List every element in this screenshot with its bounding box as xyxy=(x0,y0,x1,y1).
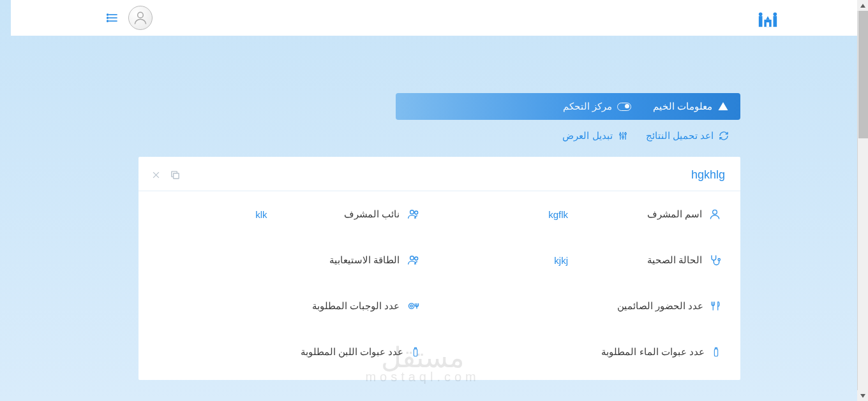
close-icon xyxy=(151,170,161,180)
svg-point-25 xyxy=(718,259,720,261)
tab-tent-info[interactable]: معلومات الخيم xyxy=(653,101,729,112)
user-avatar[interactable] xyxy=(128,6,153,30)
toggle-view-label: تبديل العرض xyxy=(562,130,612,142)
deputy-supervisor-label: نائب المشرف xyxy=(344,208,400,220)
topbar-user-area xyxy=(107,6,153,30)
refresh-icon xyxy=(719,131,729,141)
tab-control-center-label: مركز التحكم xyxy=(563,101,612,112)
card-title: hgkhlg xyxy=(691,168,725,182)
tent-icon xyxy=(717,101,729,112)
supervisor-name-value: kgflk xyxy=(529,209,568,220)
content-area: معلومات الخيم مركز التحكم اعد تحميل النت… xyxy=(11,36,868,380)
svg-point-27 xyxy=(414,257,417,260)
card-body: اسم المشرف kgflk نائب المشرف klk xyxy=(138,191,740,375)
toggle-view-link[interactable]: تبديل العرض xyxy=(562,130,627,142)
field-supervisor-name: اسم المشرف kgflk xyxy=(459,208,722,221)
field-meals-required: عدد الوجبات المطلوبة xyxy=(158,300,421,312)
svg-point-16 xyxy=(622,136,624,138)
tabs-bar: معلومات الخيم مركز التحكم xyxy=(396,93,740,120)
field-capacity: الطاقة الاستيعابية xyxy=(158,254,421,266)
milk-bottles-label: عدد عبوات اللبن المطلوبة xyxy=(301,346,404,358)
water-bottles-label: عدد عبوات الماء المطلوبة xyxy=(601,346,705,358)
cutlery-icon xyxy=(710,300,721,312)
svg-point-28 xyxy=(408,303,414,309)
svg-rect-19 xyxy=(174,173,179,179)
meals-icon xyxy=(407,300,421,312)
health-status-label: الحالة الصحية xyxy=(647,254,702,266)
topbar xyxy=(11,0,868,36)
svg-point-8 xyxy=(107,14,108,15)
scrollbar-thumb[interactable] xyxy=(858,11,868,138)
svg-point-29 xyxy=(410,305,412,307)
svg-point-26 xyxy=(410,256,414,260)
user-icon xyxy=(708,208,721,221)
supervisor-name-label: اسم المشرف xyxy=(647,208,702,220)
info-grid: اسم المشرف kgflk نائب المشرف klk xyxy=(158,208,721,358)
actions-row: اعد تحميل النتائج تبديل العرض xyxy=(138,120,740,157)
svg-point-3 xyxy=(759,13,763,17)
svg-point-23 xyxy=(410,210,414,214)
svg-point-24 xyxy=(414,211,417,214)
milk-bottle-icon xyxy=(410,346,421,358)
users-icon xyxy=(407,208,421,221)
sliders-icon xyxy=(618,131,628,141)
stethoscope-icon xyxy=(708,254,721,266)
field-fasting-attendance: عدد الحضور الصائمين xyxy=(459,300,722,312)
topbar-logo-area xyxy=(757,7,779,29)
close-button[interactable] xyxy=(151,170,161,180)
svg-point-10 xyxy=(107,17,108,18)
svg-rect-0 xyxy=(759,16,763,27)
svg-point-4 xyxy=(774,13,777,17)
capacity-icon xyxy=(407,254,421,266)
field-milk-bottles: عدد عبوات اللبن المطلوبة xyxy=(158,346,421,358)
reload-results-link[interactable]: اعد تحميل النتائج xyxy=(646,130,729,142)
tab-tent-info-label: معلومات الخيم xyxy=(653,101,712,112)
deputy-supervisor-value: klk xyxy=(236,209,267,220)
meals-required-label: عدد الوجبات المطلوبة xyxy=(312,300,400,312)
reload-label: اعد تحميل النتائج xyxy=(646,130,714,142)
menu-toggle-icon[interactable] xyxy=(107,11,119,24)
field-deputy-supervisor: نائب المشرف klk xyxy=(158,208,421,221)
field-health-status: الحالة الصحية kjkj xyxy=(459,254,722,266)
copy-button[interactable] xyxy=(170,170,181,180)
scrollbar-up-icon[interactable] xyxy=(857,0,868,11)
card-header: hgkhlg xyxy=(138,157,740,191)
app-logo-icon xyxy=(757,7,779,29)
copy-icon xyxy=(170,170,181,180)
toggle-icon xyxy=(617,103,631,111)
scrollbar-down-icon[interactable] xyxy=(857,390,868,401)
bottle-icon xyxy=(711,346,721,358)
svg-rect-1 xyxy=(774,16,777,27)
svg-point-22 xyxy=(713,210,717,214)
scrollbar[interactable] xyxy=(857,0,868,401)
health-status-value: kjkj xyxy=(535,255,568,266)
svg-point-14 xyxy=(619,134,621,136)
svg-point-6 xyxy=(138,12,144,18)
field-water-bottles: عدد عبوات الماء المطلوبة xyxy=(459,346,722,358)
tab-control-center[interactable]: مركز التحكم xyxy=(563,101,631,112)
info-card: hgkhlg xyxy=(138,157,740,380)
capacity-label: الطاقة الاستيعابية xyxy=(329,254,400,266)
svg-point-12 xyxy=(107,20,108,22)
svg-point-18 xyxy=(624,133,626,135)
card-controls xyxy=(151,170,181,180)
fasting-attendance-label: عدد الحضور الصائمين xyxy=(617,300,703,312)
svg-rect-5 xyxy=(767,22,769,27)
